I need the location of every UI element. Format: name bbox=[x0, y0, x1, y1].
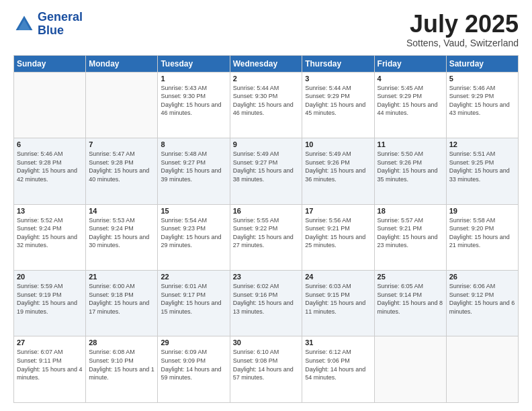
day-number: 18 bbox=[378, 207, 443, 215]
day-number: 2 bbox=[233, 75, 300, 83]
table-row: 4Sunrise: 5:45 AM Sunset: 9:29 PM Daylig… bbox=[374, 72, 446, 138]
table-row: 16Sunrise: 5:55 AM Sunset: 9:22 PM Dayli… bbox=[230, 204, 302, 270]
day-info: Sunrise: 5:46 AM Sunset: 9:29 PM Dayligh… bbox=[449, 84, 515, 118]
header-thursday: Thursday bbox=[302, 55, 374, 72]
day-number: 16 bbox=[233, 207, 300, 215]
day-info: Sunrise: 6:07 AM Sunset: 9:11 PM Dayligh… bbox=[17, 348, 83, 381]
table-row: 12Sunrise: 5:51 AM Sunset: 9:25 PM Dayli… bbox=[446, 138, 518, 204]
page: General Blue July 2025 Sottens, Vaud, Sw… bbox=[0, 0, 532, 411]
table-row: 13Sunrise: 5:52 AM Sunset: 9:24 PM Dayli… bbox=[14, 204, 86, 270]
table-row: 11Sunrise: 5:50 AM Sunset: 9:26 PM Dayli… bbox=[374, 138, 446, 204]
day-info: Sunrise: 5:56 AM Sunset: 9:21 PM Dayligh… bbox=[305, 216, 371, 250]
day-number: 23 bbox=[233, 273, 300, 281]
table-row bbox=[446, 336, 518, 403]
header-saturday: Saturday bbox=[446, 55, 518, 72]
day-info: Sunrise: 5:51 AM Sunset: 9:25 PM Dayligh… bbox=[449, 150, 515, 183]
table-row: 17Sunrise: 5:56 AM Sunset: 9:21 PM Dayli… bbox=[302, 204, 374, 270]
calendar-week-row: 1Sunrise: 5:43 AM Sunset: 9:30 PM Daylig… bbox=[14, 72, 519, 138]
day-number: 15 bbox=[161, 207, 226, 215]
day-info: Sunrise: 5:48 AM Sunset: 9:27 PM Dayligh… bbox=[161, 150, 226, 183]
day-info: Sunrise: 5:59 AM Sunset: 9:19 PM Dayligh… bbox=[17, 282, 83, 316]
table-row bbox=[374, 336, 446, 403]
day-number: 25 bbox=[378, 273, 443, 281]
day-number: 7 bbox=[89, 140, 154, 148]
calendar-week-row: 6Sunrise: 5:46 AM Sunset: 9:28 PM Daylig… bbox=[14, 138, 519, 204]
table-row: 8Sunrise: 5:48 AM Sunset: 9:27 PM Daylig… bbox=[158, 138, 230, 204]
month-title: July 2025 bbox=[406, 11, 519, 38]
table-row: 21Sunrise: 6:00 AM Sunset: 9:18 PM Dayli… bbox=[86, 271, 158, 336]
day-info: Sunrise: 5:53 AM Sunset: 9:24 PM Dayligh… bbox=[89, 216, 154, 250]
day-number: 24 bbox=[305, 273, 371, 281]
location: Sottens, Vaud, Switzerland bbox=[406, 38, 519, 48]
day-number: 14 bbox=[89, 207, 154, 215]
table-row: 20Sunrise: 5:59 AM Sunset: 9:19 PM Dayli… bbox=[14, 271, 86, 336]
header-friday: Friday bbox=[374, 55, 446, 72]
logo: General Blue bbox=[13, 11, 83, 38]
day-number: 6 bbox=[17, 140, 83, 148]
day-info: Sunrise: 5:54 AM Sunset: 9:23 PM Dayligh… bbox=[161, 216, 226, 250]
calendar-week-row: 20Sunrise: 5:59 AM Sunset: 9:19 PM Dayli… bbox=[14, 271, 519, 336]
day-number: 27 bbox=[17, 338, 83, 347]
day-info: Sunrise: 5:46 AM Sunset: 9:28 PM Dayligh… bbox=[17, 150, 83, 183]
table-row: 15Sunrise: 5:54 AM Sunset: 9:23 PM Dayli… bbox=[158, 204, 230, 270]
table-row: 23Sunrise: 6:02 AM Sunset: 9:16 PM Dayli… bbox=[230, 271, 302, 336]
table-row: 27Sunrise: 6:07 AM Sunset: 9:11 PM Dayli… bbox=[14, 336, 86, 403]
table-row: 1Sunrise: 5:43 AM Sunset: 9:30 PM Daylig… bbox=[158, 72, 230, 138]
table-row: 31Sunrise: 6:12 AM Sunset: 9:06 PM Dayli… bbox=[302, 336, 374, 403]
logo-icon bbox=[13, 13, 35, 35]
day-info: Sunrise: 5:45 AM Sunset: 9:29 PM Dayligh… bbox=[378, 84, 443, 118]
day-info: Sunrise: 5:49 AM Sunset: 9:26 PM Dayligh… bbox=[305, 150, 371, 183]
day-info: Sunrise: 6:05 AM Sunset: 9:14 PM Dayligh… bbox=[378, 282, 443, 316]
table-row: 6Sunrise: 5:46 AM Sunset: 9:28 PM Daylig… bbox=[14, 138, 86, 204]
day-info: Sunrise: 6:03 AM Sunset: 9:15 PM Dayligh… bbox=[305, 282, 371, 316]
day-info: Sunrise: 6:00 AM Sunset: 9:18 PM Dayligh… bbox=[89, 282, 154, 316]
day-number: 10 bbox=[305, 140, 371, 148]
title-block: July 2025 Sottens, Vaud, Switzerland bbox=[406, 11, 519, 48]
table-row: 28Sunrise: 6:08 AM Sunset: 9:10 PM Dayli… bbox=[86, 336, 158, 403]
day-number: 13 bbox=[17, 207, 83, 215]
day-info: Sunrise: 6:01 AM Sunset: 9:17 PM Dayligh… bbox=[161, 282, 226, 316]
day-number: 5 bbox=[449, 75, 515, 83]
table-row: 2Sunrise: 5:44 AM Sunset: 9:30 PM Daylig… bbox=[230, 72, 302, 138]
table-row: 30Sunrise: 6:10 AM Sunset: 9:08 PM Dayli… bbox=[230, 336, 302, 403]
day-info: Sunrise: 6:09 AM Sunset: 9:09 PM Dayligh… bbox=[161, 348, 226, 381]
day-number: 20 bbox=[17, 273, 83, 281]
day-number: 1 bbox=[161, 75, 226, 83]
table-row: 10Sunrise: 5:49 AM Sunset: 9:26 PM Dayli… bbox=[302, 138, 374, 204]
day-number: 3 bbox=[305, 75, 371, 83]
day-number: 29 bbox=[161, 338, 226, 347]
day-number: 26 bbox=[449, 273, 515, 281]
day-info: Sunrise: 6:08 AM Sunset: 9:10 PM Dayligh… bbox=[89, 348, 154, 381]
header-wednesday: Wednesday bbox=[230, 55, 302, 72]
day-info: Sunrise: 5:57 AM Sunset: 9:21 PM Dayligh… bbox=[378, 216, 443, 250]
logo-text: General Blue bbox=[38, 11, 83, 38]
table-row: 7Sunrise: 5:47 AM Sunset: 9:28 PM Daylig… bbox=[86, 138, 158, 204]
table-row: 14Sunrise: 5:53 AM Sunset: 9:24 PM Dayli… bbox=[86, 204, 158, 270]
day-info: Sunrise: 5:52 AM Sunset: 9:24 PM Dayligh… bbox=[17, 216, 83, 250]
day-info: Sunrise: 5:44 AM Sunset: 9:30 PM Dayligh… bbox=[233, 84, 300, 118]
day-number: 4 bbox=[378, 75, 443, 83]
day-info: Sunrise: 6:02 AM Sunset: 9:16 PM Dayligh… bbox=[233, 282, 300, 316]
day-number: 19 bbox=[449, 207, 515, 215]
table-row: 3Sunrise: 5:44 AM Sunset: 9:29 PM Daylig… bbox=[302, 72, 374, 138]
day-number: 12 bbox=[449, 140, 515, 148]
day-info: Sunrise: 6:06 AM Sunset: 9:12 PM Dayligh… bbox=[449, 282, 515, 316]
day-number: 9 bbox=[233, 140, 300, 148]
day-info: Sunrise: 5:43 AM Sunset: 9:30 PM Dayligh… bbox=[161, 84, 226, 118]
table-row bbox=[86, 72, 158, 138]
day-info: Sunrise: 5:50 AM Sunset: 9:26 PM Dayligh… bbox=[378, 150, 443, 183]
table-row: 25Sunrise: 6:05 AM Sunset: 9:14 PM Dayli… bbox=[374, 271, 446, 336]
table-row: 26Sunrise: 6:06 AM Sunset: 9:12 PM Dayli… bbox=[446, 271, 518, 336]
day-info: Sunrise: 5:55 AM Sunset: 9:22 PM Dayligh… bbox=[233, 216, 300, 250]
day-number: 11 bbox=[378, 140, 443, 148]
table-row bbox=[14, 72, 86, 138]
header-sunday: Sunday bbox=[14, 55, 86, 72]
day-info: Sunrise: 5:58 AM Sunset: 9:20 PM Dayligh… bbox=[449, 216, 515, 250]
header: General Blue July 2025 Sottens, Vaud, Sw… bbox=[13, 11, 519, 48]
table-row: 5Sunrise: 5:46 AM Sunset: 9:29 PM Daylig… bbox=[446, 72, 518, 138]
header-monday: Monday bbox=[86, 55, 158, 72]
day-number: 17 bbox=[305, 207, 371, 215]
day-number: 21 bbox=[89, 273, 154, 281]
day-number: 28 bbox=[89, 338, 154, 347]
table-row: 19Sunrise: 5:58 AM Sunset: 9:20 PM Dayli… bbox=[446, 204, 518, 270]
